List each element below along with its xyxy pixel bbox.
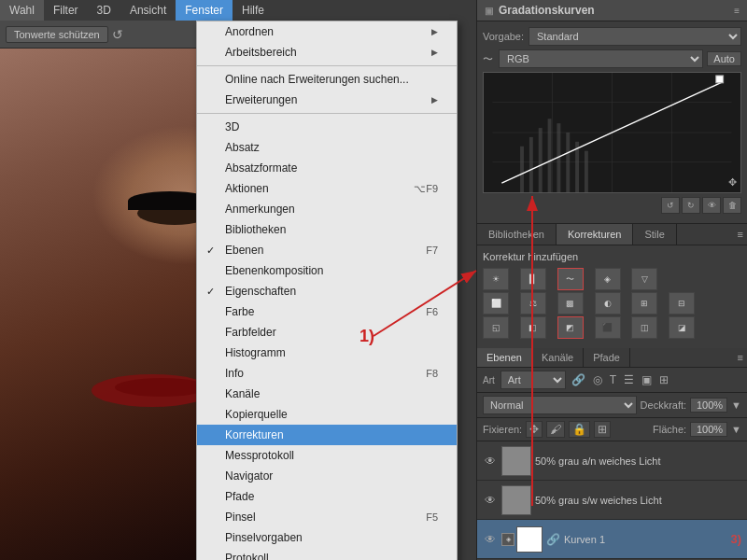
curves-tool-eye[interactable]: 👁 [702,197,721,214]
menu-messprotokoll[interactable]: Messprotokoll [197,445,457,466]
menu-kopierquelle[interactable]: Kopierquelle [197,404,457,425]
layer-eye-3[interactable]: 👁 [483,532,498,547]
fix-lock-icon[interactable]: 🔒 [569,421,590,438]
korr-btn-14[interactable]: ◩ [557,316,584,339]
menu-fenster[interactable]: Fenster [176,0,233,21]
curves-tool-delete[interactable]: 🗑 [723,197,741,214]
blending-select[interactable]: Normal [483,396,637,414]
fix-artboard-icon[interactable]: ⊞ [594,421,611,438]
korr-btn-11[interactable]: ⊟ [669,292,695,315]
curves-tool-2[interactable]: ↻ [682,197,700,214]
auto-btn[interactable]: Auto [707,51,741,66]
menu-kopierquelle-label: Kopierquelle [225,408,288,421]
korr-btn-9[interactable]: ◐ [595,292,621,315]
menu-hilfe[interactable]: Hilfe [233,0,274,21]
korr-btn-6[interactable]: ⬜ [483,292,509,315]
korr-btn-3[interactable]: 〜 [557,268,584,290]
channel-select[interactable]: RGB [499,49,703,68]
korr-btn-5[interactable]: ▽ [631,268,657,290]
menu-anordnen[interactable]: Anordnen [197,21,457,42]
layer-eye-2[interactable]: 👁 [483,493,498,508]
curves-tool-1[interactable]: ↺ [661,197,680,214]
menu-kanaele[interactable]: Kanäle [197,384,457,404]
menu-eigenschaften[interactable]: ✓ Eigenschaften [197,281,457,301]
tab-ebenen[interactable]: Ebenen [477,348,532,367]
korr-btn-2[interactable]: ▊ [520,268,546,290]
layer-item[interactable]: 👁 50% grau s/w weiches Licht [477,481,747,520]
tonwerte-btn[interactable]: Tonwerte schützen [6,26,108,43]
korr-btn-15[interactable]: ⬛ [595,316,621,339]
menu-farbe[interactable]: Farbe F6 [197,301,457,322]
menu-absatz-label: Absatz [225,141,260,154]
flaeche-label: Fläche: [653,424,686,435]
korr-btn-8[interactable]: ▩ [557,292,584,315]
menu-korrekturen-label: Korrekturen [225,428,284,441]
menu-absatz[interactable]: Absatz [197,137,457,158]
curves-title-icons: ≡ [734,6,740,16]
menu-ansicht[interactable]: Ansicht [120,0,176,21]
tab-stile[interactable]: Stile [633,224,676,245]
menu-farbfelder[interactable]: Farbfelder [197,322,457,343]
menu-filter[interactable]: Filter [44,0,88,21]
korr-btn-1[interactable]: ☀ [483,268,509,290]
toolbar-rotate-icon[interactable]: ↺ [112,27,123,42]
menu-info[interactable]: Info F8 [197,363,457,384]
layer-thumbs-3: ◈ [501,526,543,553]
layers-adjust-icon[interactable]: ⊞ [657,371,670,388]
flaeche-arrow[interactable]: ▼ [731,424,741,435]
korr-btn-10[interactable]: ⊞ [631,292,657,315]
menu-pinsel[interactable]: Pinsel F5 [197,507,457,527]
layer-item-kurven[interactable]: 👁 ◈ 🔗 Kurven 1 3) [477,520,747,559]
menu-bibliotheken[interactable]: Bibliotheken [197,219,457,240]
layers-panel-menu[interactable]: ≡ [738,352,743,363]
korr-btn-4[interactable]: ◈ [595,268,621,290]
menu-anmerkungen[interactable]: Anmerkungen [197,199,457,219]
properties-panel-menu[interactable]: ≡ [738,229,743,240]
layer-item[interactable]: 👁 50% grau a/n weiches Licht [477,441,747,481]
menu-ebenen[interactable]: ✓ Ebenen F7 [197,240,457,260]
svg-rect-15 [716,76,724,83]
fix-brush-icon[interactable]: 🖌 [546,421,565,438]
menu-3d[interactable]: 3D [88,0,120,21]
menu-erweiterungen[interactable]: Erweiterungen [197,90,457,110]
menu-eigenschaften-label: Eigenschaften [225,285,296,298]
tab-bibliotheken[interactable]: Bibliotheken [477,224,557,245]
korr-btn-7[interactable]: ⚖ [520,292,546,315]
menu-histogramm[interactable]: Histogramm [197,343,457,363]
flaeche-value: 100% [690,422,727,437]
menu-navigator[interactable]: Navigator [197,466,457,486]
layers-filter-icon[interactable]: ☰ [622,371,636,388]
layers-eye2-icon[interactable]: ◎ [591,371,604,388]
korr-btn-16[interactable]: ◫ [631,316,657,339]
menu-aktionen[interactable]: Aktionen ⌥F9 [197,178,457,199]
korr-btn-17[interactable]: ◪ [669,316,695,339]
menu-korrekturen[interactable]: Korrekturen [197,425,457,445]
vorgabe-select[interactable]: Standard [529,27,741,46]
menu-pinselvorgaben[interactable]: Pinselvorgaben [197,527,457,548]
tab-kanaele[interactable]: Kanäle [532,348,584,367]
menu-arbeitsbereich[interactable]: Arbeitsbereich [197,42,457,63]
layers-text-icon[interactable]: T [608,371,618,388]
deckkraft-arrow[interactable]: ▼ [731,399,741,411]
menu-ebenenkomposition[interactable]: Ebenenkomposition [197,260,457,281]
art-select[interactable]: Art [500,371,566,389]
fix-move-icon[interactable]: ✥ [526,421,543,438]
layer-eye-1[interactable]: 👁 [483,454,498,469]
menu-3d[interactable]: 3D [197,117,457,137]
korr-btn-13[interactable]: ◧ [520,316,546,339]
menu-wahl[interactable]: Wahl [0,0,44,21]
menu-absatzformate[interactable]: Absatzformate [197,158,457,178]
menu-pfade[interactable]: Pfade [197,486,457,507]
curves-tools: ↺ ↻ 👁 🗑 [483,197,741,214]
tab-korrekturen[interactable]: Korrekturen [557,224,633,245]
layers-link-icon[interactable]: 🔗 [570,371,587,388]
tab-pfade[interactable]: Pfade [584,348,630,367]
korrekturen-content: Korrektur hinzufügen ☀ ▊ 〜 ◈ ▽ ⬜ ⚖ ▩ ◐ ⊞… [477,245,747,348]
korr-btn-12[interactable]: ◱ [483,316,509,339]
curves-panel-menu[interactable]: ≡ [734,6,740,16]
right-panel: ▣ Gradationskurven ≡ Vorgabe: Standard 〜… [476,0,747,560]
menu-online-erweiterungen[interactable]: Online nach Erweiterungen suchen... [197,69,457,90]
layers-color-icon[interactable]: ▣ [640,371,654,388]
sep1 [197,65,457,66]
menu-protokoll[interactable]: Protokoll [197,548,457,560]
